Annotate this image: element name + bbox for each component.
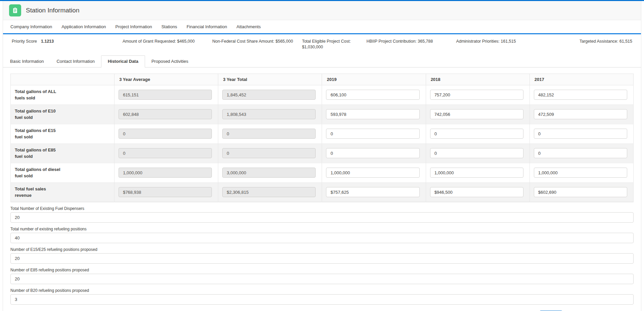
app-header: Station Information xyxy=(3,1,641,20)
tab-application-information[interactable]: Application Information xyxy=(61,24,106,29)
input-2018[interactable] xyxy=(430,187,523,197)
input-3yr-average xyxy=(119,129,212,139)
input-3yr-average xyxy=(119,168,212,178)
clipboard-icon xyxy=(9,4,21,16)
input-2019[interactable] xyxy=(326,168,419,178)
table-row-e10: Total gallons of E10 fuel sold xyxy=(11,104,634,124)
subtab-proposed-activities[interactable]: Proposed Activities xyxy=(145,56,195,67)
input-3yr-total xyxy=(222,90,316,100)
station-information-card: Station Information Company Information … xyxy=(3,1,641,311)
historical-data-panel: 3 Year Average 3 Year Total 2019 2018 20… xyxy=(3,68,641,311)
input-2017[interactable] xyxy=(534,187,627,197)
summary-bar: Priority Score 1.1213 Amount of Grant Re… xyxy=(3,34,641,53)
summary-hbiip-contribution: HBIIP Project Contribution: 365,788 xyxy=(366,39,456,44)
summary-admin-priorities: Administrator Priorities: 161,515 xyxy=(456,39,546,44)
input-3yr-total xyxy=(222,168,316,178)
tab-project-information[interactable]: Project Information xyxy=(116,24,152,29)
field-label: Total Number of Existing Fuel Dispensers xyxy=(10,206,634,211)
column-header-3yr-average: 3 Year Average xyxy=(114,74,218,85)
input-2018[interactable] xyxy=(430,129,523,139)
input-3yr-average xyxy=(119,148,212,158)
table-row-all-fuels: Total gallons of ALL fuels sold xyxy=(11,85,634,104)
input-2019[interactable] xyxy=(326,90,419,100)
column-header-2019: 2019 xyxy=(322,74,426,85)
row-label: Total gallons of E85 fuel sold xyxy=(15,147,62,160)
summary-targeted-assistance: Targeted Assistance: 61,515 xyxy=(546,39,632,44)
input-2017[interactable] xyxy=(534,129,627,139)
input-2017[interactable] xyxy=(534,90,627,100)
input-2019[interactable] xyxy=(326,148,419,158)
priority-score: Priority Score 1.1213 xyxy=(12,39,123,44)
table-row-diesel: Total gallons of diesel fuel sold xyxy=(11,163,634,182)
input-3yr-average xyxy=(119,90,212,100)
table-row-e15: Total gallons of E15 fuel sold xyxy=(11,124,634,143)
input-2018[interactable] xyxy=(430,109,523,119)
priority-score-value: 1.1213 xyxy=(41,39,54,44)
sub-tab-bar: Basic Information Contact Information Hi… xyxy=(3,55,641,68)
input-2019[interactable] xyxy=(326,187,419,197)
row-label: Total fuel sales revenue xyxy=(15,186,62,199)
row-label: Total gallons of E15 fuel sold xyxy=(15,127,62,140)
existing-fuel-dispensers-input[interactable] xyxy=(10,212,634,223)
table-header-row: 3 Year Average 3 Year Total 2019 2018 20… xyxy=(11,74,634,85)
subtab-basic-information[interactable]: Basic Information xyxy=(4,56,50,67)
field-label: Number of E85 refueling positions propos… xyxy=(10,268,634,272)
input-3yr-total xyxy=(222,109,316,119)
input-2017[interactable] xyxy=(534,109,627,119)
summary-grant-requested: Amount of Grant Requested: $465,000 xyxy=(123,39,212,44)
row-label: Total gallons of E10 fuel sold xyxy=(15,108,62,121)
row-label: Total gallons of ALL fuels sold xyxy=(15,88,62,101)
field-existing-refueling-positions: Total number of existing refueling posit… xyxy=(10,227,634,243)
tab-financial-information[interactable]: Financial Information xyxy=(187,24,227,29)
field-label: Number of E15/E25 refueling positions pr… xyxy=(10,247,634,252)
existing-refueling-positions-input[interactable] xyxy=(10,233,634,243)
input-3yr-average xyxy=(119,187,212,197)
summary-eligible-project-cost: Total Eligible Project Cost: $1,030,000 xyxy=(302,39,366,50)
field-existing-fuel-dispensers: Total Number of Existing Fuel Dispensers xyxy=(10,206,634,223)
b20-positions-proposed-input[interactable] xyxy=(10,294,634,305)
input-3yr-total xyxy=(222,129,316,139)
field-label: Number of B20 refueling positions propos… xyxy=(10,288,634,293)
input-2018[interactable] xyxy=(430,168,523,178)
input-2017[interactable] xyxy=(534,168,627,178)
column-header-2018: 2018 xyxy=(426,74,530,85)
column-header-3yr-total: 3 Year Total xyxy=(218,74,322,85)
input-3yr-average xyxy=(119,109,212,119)
e15-e25-positions-proposed-input[interactable] xyxy=(10,253,634,264)
field-label: Total number of existing refueling posit… xyxy=(10,227,634,231)
input-3yr-total xyxy=(222,148,316,158)
input-3yr-total xyxy=(222,187,316,197)
field-e85-positions-proposed: Number of E85 refueling positions propos… xyxy=(10,268,634,284)
page-title: Station Information xyxy=(26,7,79,14)
row-label: Total gallons of diesel fuel sold xyxy=(15,166,62,179)
priority-score-label: Priority Score xyxy=(12,39,37,44)
historical-data-table: 3 Year Average 3 Year Total 2019 2018 20… xyxy=(10,74,634,202)
input-2017[interactable] xyxy=(534,148,627,158)
tab-company-information[interactable]: Company Information xyxy=(10,24,52,29)
e85-positions-proposed-input[interactable] xyxy=(10,274,634,284)
input-2018[interactable] xyxy=(430,148,523,158)
input-2019[interactable] xyxy=(326,129,419,139)
subtab-contact-information[interactable]: Contact Information xyxy=(50,56,101,67)
field-e15-e25-positions-proposed: Number of E15/E25 refueling positions pr… xyxy=(10,247,634,264)
field-b20-positions-proposed: Number of B20 refueling positions propos… xyxy=(10,288,634,305)
input-2019[interactable] xyxy=(326,109,419,119)
input-2018[interactable] xyxy=(430,90,523,100)
table-row-fuel-sales-revenue: Total fuel sales revenue xyxy=(11,182,634,202)
column-header-blank xyxy=(11,74,114,85)
table-row-e85: Total gallons of E85 fuel sold xyxy=(11,143,634,163)
subtab-historical-data[interactable]: Historical Data xyxy=(101,55,145,68)
summary-cost-share: Non-Federal Cost Share Amount: $565,000 xyxy=(212,39,302,44)
main-tab-bar: Company Information Application Informat… xyxy=(3,20,641,34)
tab-stations[interactable]: Stations xyxy=(162,24,177,29)
save-row: Save xyxy=(10,305,634,311)
tab-attachments[interactable]: Attachments xyxy=(236,24,261,29)
column-header-2017: 2017 xyxy=(530,74,633,85)
